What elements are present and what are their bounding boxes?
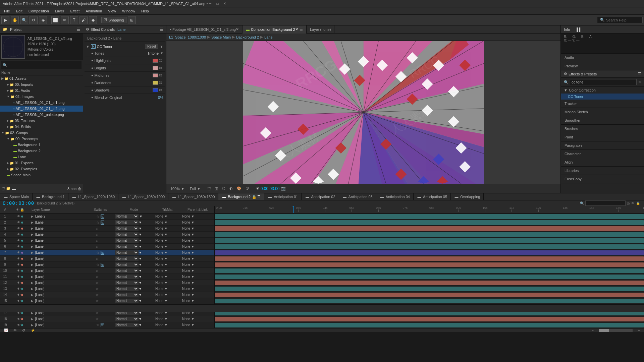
menu-help[interactable]: Help	[139, 8, 152, 14]
project-folder-comps[interactable]: ▼ 📁 02. Comps	[0, 130, 83, 136]
project-comp-spacemain[interactable]: ▬ Space Main	[0, 172, 83, 178]
sw-solo[interactable]: ☆	[96, 275, 99, 279]
brights-swatch[interactable]	[153, 66, 158, 70]
vis-eye-icon[interactable]: 👁	[17, 269, 20, 273]
rp-paragraph[interactable]: Paragraph	[561, 141, 644, 150]
cc-toner-item[interactable]: CC Toner	[561, 94, 644, 100]
snapping-toggle[interactable]: ☑ Snapping	[101, 17, 126, 23]
mode-select-2[interactable]: Normal	[115, 220, 139, 225]
effects-color-correction-category[interactable]: ▼ Color Correction	[561, 87, 644, 94]
vis-eye-icon[interactable]: 👁	[17, 287, 20, 291]
highlights-chain[interactable]: ⛓	[159, 59, 162, 62]
comp-tab-menu[interactable]: ☰	[300, 27, 303, 32]
channel-icon[interactable]: ◐	[228, 186, 234, 191]
mode-select-1[interactable]: Normal	[115, 214, 139, 219]
shadows-chain[interactable]: ⛓	[159, 88, 162, 92]
rp-easecopy[interactable]: EaseCopy	[561, 175, 644, 183]
rp-preview[interactable]: Preview	[561, 62, 644, 70]
project-item-palette[interactable]: ▪ AE_LESSON_01_palette.png	[0, 112, 83, 118]
effect-controls-menu[interactable]: ☰	[160, 27, 163, 32]
comp-tab-ant05[interactable]: ▬ Anticipation 05	[414, 193, 451, 200]
midtones-swatch[interactable]	[153, 73, 158, 77]
blend-radio[interactable]: ●	[91, 96, 93, 99]
project-search-input[interactable]	[1, 61, 82, 69]
timecode-value[interactable]: 0:00:03:00	[261, 186, 280, 191]
rect-tool[interactable]: ⬜	[51, 16, 59, 24]
mode-select-3[interactable]: Normal	[115, 226, 139, 231]
project-item-sf1[interactable]: ▪ AE_LESSON_01_C1_sf1.png	[0, 100, 83, 106]
breadcrumb-spacemain[interactable]: Space Main	[211, 35, 231, 39]
shadows-swatch[interactable]	[153, 88, 158, 92]
mode-select-5[interactable]: Normal	[115, 238, 139, 243]
hand-tool[interactable]: ✋	[11, 16, 19, 24]
rp-align[interactable]: Align	[561, 158, 644, 167]
vis-eye-icon[interactable]: 👁	[17, 227, 20, 230]
comp-tab-overlapping[interactable]: ▬ Overlapping	[451, 193, 484, 200]
sw-solo[interactable]: ☆	[96, 233, 99, 236]
comp-tab-l1space1920[interactable]: ▬ L1_Space_1920x1080	[68, 193, 118, 200]
sw-solo[interactable]: ☆	[96, 263, 99, 267]
project-folder-imports[interactable]: ▶ 📁 00. Imports	[0, 81, 83, 87]
3d-icon[interactable]: ⬡	[221, 186, 227, 191]
tl-frames-btn[interactable]: ⏱	[21, 328, 27, 332]
tl-graph-btn[interactable]: 📈	[3, 328, 9, 332]
expand-arrow[interactable]: ▶	[31, 287, 34, 291]
viewer-tab-footage[interactable]: ▪ Footage AE_LESSON_01_C1_sf2.png ✕	[166, 25, 243, 34]
vis-eye-icon[interactable]: 👁	[17, 323, 20, 327]
mode-select-15[interactable]: Normal	[115, 299, 139, 303]
cc-toner-section[interactable]: ▼ fx CC Toner Reset ▼	[85, 43, 165, 50]
expand-arrow[interactable]: ▶	[31, 239, 34, 242]
delete-icon[interactable]: 🗑	[78, 187, 82, 191]
expand-arrow[interactable]: ▶	[31, 227, 34, 230]
menu-composition[interactable]: Composition	[26, 8, 52, 14]
brights-chain[interactable]: ⛓	[159, 66, 162, 70]
vis-eye-icon[interactable]: 👁	[17, 251, 20, 254]
cc-toner-reset[interactable]: Reset	[145, 44, 158, 49]
midtones-chain[interactable]: ⛓	[159, 73, 162, 77]
close-button[interactable]: ✕	[222, 1, 227, 6]
blend-value[interactable]: 0%	[158, 96, 163, 100]
project-folder-solids[interactable]: ▶ 📁 04. Solids	[0, 124, 83, 130]
menu-view[interactable]: View	[105, 8, 119, 14]
breadcrumb-l1space[interactable]: L1_Space_1080x1000	[169, 35, 206, 39]
expand-arrow[interactable]: ▶	[31, 257, 34, 260]
sw-solo[interactable]: ☆	[96, 251, 99, 255]
snap-icon[interactable]: ⊞	[128, 16, 136, 24]
project-comp-background1[interactable]: ▬ Background 1	[0, 142, 83, 148]
darktones-chain[interactable]: ⛓	[159, 81, 162, 84]
project-folder-audio[interactable]: ▶ 📁 01. Audio	[0, 87, 83, 94]
stamp-tool[interactable]: ◆	[89, 16, 97, 24]
shadows-radio[interactable]: ●	[91, 88, 93, 92]
vis-eye-icon[interactable]: 👁	[17, 263, 20, 266]
midtones-radio[interactable]: ●	[91, 74, 93, 77]
project-folder-exports[interactable]: ▶ 📁 01. Exports	[0, 160, 83, 166]
rp-character[interactable]: Character	[561, 150, 644, 158]
expand-arrow[interactable]: ▶	[31, 299, 34, 303]
vis-eye-icon[interactable]: 👁	[17, 293, 20, 297]
vis-eye-icon[interactable]: 👁	[17, 317, 20, 321]
breadcrumb-bg2[interactable]: Background 2	[236, 35, 259, 39]
highlights-radio[interactable]: ●	[91, 59, 93, 62]
menu-effect[interactable]: Effect	[67, 8, 82, 14]
project-menu-icon[interactable]: ☰	[77, 27, 80, 32]
pen-tool[interactable]: ✏	[61, 16, 69, 24]
mode-select-10[interactable]: Normal	[115, 268, 139, 273]
rp-motion-sketch[interactable]: Motion Sketch	[561, 108, 644, 116]
vis-eye-icon[interactable]: 👁	[17, 215, 20, 218]
comp-tab-background1[interactable]: ▬ Background 1	[33, 193, 68, 200]
comp-tab-ant03[interactable]: ▬ Anticipation 03	[339, 193, 376, 200]
tl-search-icon[interactable]: 🔍	[580, 201, 584, 205]
sw-fx[interactable]: fx	[101, 251, 104, 255]
sw-solo[interactable]: ☆	[96, 239, 99, 242]
menu-animation[interactable]: Animation	[83, 8, 105, 14]
sw-solo[interactable]: ☆	[96, 227, 99, 230]
mode-select-11[interactable]: Normal	[115, 275, 139, 279]
footage-tab-close[interactable]: ✕	[236, 27, 239, 32]
expand-arrow[interactable]: ▶	[31, 281, 34, 285]
rp-tracker[interactable]: Tracker	[561, 100, 644, 108]
highlights-swatch[interactable]	[153, 59, 158, 63]
mode-select-18[interactable]: Normal	[115, 317, 139, 321]
tl-hide-shy-btn[interactable]: 👁	[12, 328, 18, 332]
menu-edit[interactable]: Edit	[13, 8, 25, 14]
comp-tab-spacemain[interactable]: ▬ Space Main	[0, 193, 33, 200]
